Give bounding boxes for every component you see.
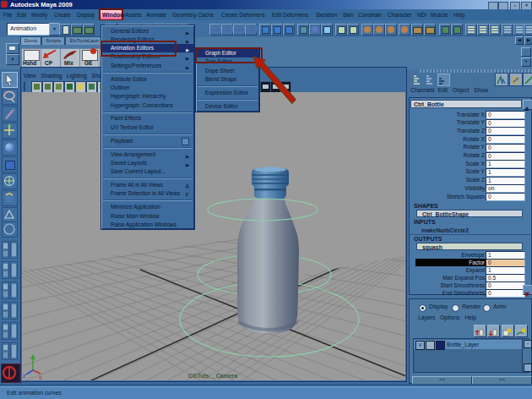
- svg-text:CGTuts__Camera: CGTuts__Camera: [188, 373, 237, 379]
- svg-text:z: z: [23, 373, 25, 379]
- svg-text:x: x: [39, 374, 42, 380]
